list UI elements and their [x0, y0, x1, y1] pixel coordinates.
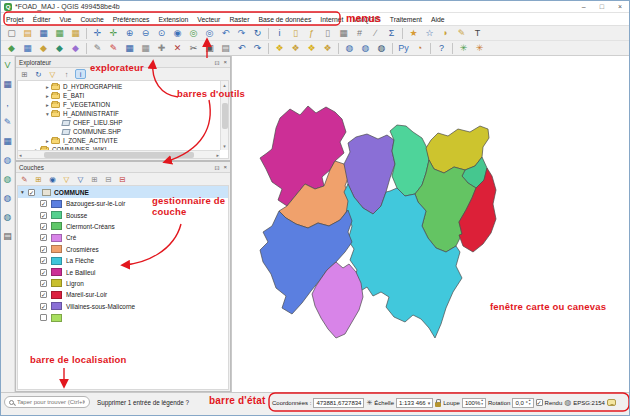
redo-icon[interactable]: ↷ — [250, 42, 265, 55]
remove-layer-icon[interactable]: ⊟ — [117, 174, 128, 184]
filter-legend-icon[interactable]: ▽ — [61, 174, 72, 184]
toolbar-separator[interactable] — [84, 27, 89, 40]
new-shapefile-layer-icon[interactable]: ◆ — [36, 42, 51, 55]
rotation-spinner[interactable]: 0,0 °▴▾ — [512, 398, 533, 408]
layer-labeling-icon[interactable]: ❖ — [272, 42, 287, 55]
menu-item[interactable]: Vue — [60, 16, 72, 23]
layer-checkbox[interactable] — [40, 257, 47, 264]
layer-row[interactable]: La Flèche — [18, 255, 228, 266]
zoom-to-selection-icon[interactable]: ◎ — [186, 27, 201, 40]
layer-row[interactable]: Clermont-Créans — [18, 221, 228, 232]
toolbar-separator[interactable] — [450, 42, 455, 55]
copy-features-icon[interactable]: ▣ — [202, 42, 217, 55]
menu-item[interactable]: Traitement — [390, 16, 422, 23]
scroll-down-icon[interactable]: ▾ — [223, 143, 226, 149]
layer-checkbox[interactable] — [40, 212, 47, 219]
menu-item[interactable]: Projet — [6, 16, 24, 23]
text-annotation-icon[interactable]: T — [470, 27, 485, 40]
toolbar-separator[interactable] — [266, 27, 271, 40]
add-delimited-text-icon[interactable]: , — [2, 97, 14, 109]
map-canvas[interactable] — [231, 56, 630, 392]
layer-checkbox[interactable] — [40, 303, 47, 310]
expander-icon[interactable]: ▸ — [44, 102, 51, 108]
add-postgis-layer-icon[interactable]: ▦ — [2, 135, 14, 147]
add-spatialite-layer-icon[interactable]: ◍ — [2, 154, 14, 166]
browser-item[interactable]: ▸ F_VEGETATION — [18, 100, 219, 109]
crs-indicator[interactable]: EPSG:2154 — [573, 400, 605, 406]
layer-diagram-icon[interactable]: ❖ — [288, 42, 303, 55]
extent-icon[interactable]: ✳ — [366, 399, 372, 407]
crs-globe-icon[interactable]: ◍ — [564, 398, 571, 408]
select-by-expression-icon[interactable]: ƒ — [304, 27, 319, 40]
refresh-map-icon[interactable]: ↻ — [250, 27, 265, 40]
menu-item[interactable]: Couche — [80, 16, 103, 23]
add-virtual-layer-icon[interactable]: ▤ — [2, 230, 14, 242]
add-group-icon[interactable]: ⊞ — [33, 174, 44, 184]
layer-checkbox[interactable] — [40, 314, 47, 321]
zoom-in-icon[interactable]: ⊕ — [122, 27, 137, 40]
messages-icon[interactable] — [607, 399, 616, 406]
label-toolbar-icon[interactable]: ❖ — [304, 42, 319, 55]
layer-checkbox[interactable] — [40, 246, 47, 253]
layer-checkbox[interactable] — [40, 234, 47, 241]
minimize-button[interactable]: – — [582, 1, 586, 13]
add-selected-layers-icon[interactable]: ⊞ — [19, 69, 30, 79]
cut-features-icon[interactable]: ✂ — [186, 42, 201, 55]
browser-item[interactable]: ▾ H_ADMINISTRATIF — [18, 109, 219, 118]
save-project-icon[interactable]: ▦ — [36, 27, 51, 40]
layer-checkbox[interactable] — [40, 280, 47, 287]
layer-checkbox[interactable] — [40, 291, 47, 298]
add-feature-icon[interactable]: ✎ — [106, 42, 121, 55]
close-button[interactable]: × — [618, 1, 622, 13]
map-tips-icon[interactable]: ◗ — [438, 27, 453, 40]
toolbar-separator[interactable] — [266, 42, 271, 55]
save-layer-edits-icon[interactable]: ▦ — [122, 42, 137, 55]
toolbar-separator[interactable] — [336, 42, 341, 55]
zoom-full-icon[interactable]: ◉ — [170, 27, 185, 40]
menu-item[interactable]: Vecteur — [197, 16, 220, 23]
new-geopackage-layer-icon[interactable]: ◆ — [52, 42, 67, 55]
browser-item[interactable]: ▸ I_ZONE_ACTIVITE — [18, 136, 219, 145]
render-checkbox[interactable] — [536, 399, 543, 406]
move-label-icon[interactable]: ❖ — [320, 42, 335, 55]
scrollbar-thumb[interactable] — [44, 152, 194, 158]
save-project-as-icon[interactable]: ▦ — [52, 27, 67, 40]
browser-item[interactable]: COMMUNE.SHP — [18, 127, 219, 136]
vertex-tool-icon[interactable]: ✚ — [154, 42, 169, 55]
paste-features-icon[interactable]: ▤ — [218, 42, 233, 55]
help-icon[interactable]: ? — [434, 42, 449, 55]
new-annotation-icon[interactable]: ✎ — [454, 27, 469, 40]
add-raster-layer-icon[interactable]: ▦ — [20, 42, 35, 55]
web-service-icon[interactable]: ◍ — [358, 42, 373, 55]
group-checkbox[interactable] — [28, 189, 35, 196]
menu-item[interactable]: Internet — [320, 16, 343, 23]
layer-row[interactable]: Mareil-sur-Loir — [18, 289, 228, 300]
field-calculator-icon[interactable]: # — [352, 27, 367, 40]
collapse-all-icon[interactable]: ↑ — [61, 69, 72, 79]
menu-item[interactable]: Préférences — [113, 16, 150, 23]
layer-row[interactable]: Cré — [18, 232, 228, 243]
identify-features-icon[interactable]: i — [272, 27, 287, 40]
layer-checkbox[interactable] — [40, 223, 47, 230]
grass-tools-icon[interactable]: ✳ — [456, 42, 471, 55]
zoom-native-icon[interactable]: ⊙ — [154, 27, 169, 40]
menu-item[interactable]: Raster — [229, 16, 249, 23]
expand-all-icon[interactable]: ⊞ — [89, 174, 100, 184]
new-bookmark-icon[interactable]: ★ — [406, 27, 421, 40]
zoom-last-icon[interactable]: ↶ — [218, 27, 233, 40]
browser-item[interactable]: CHEF_LIEU.SHP — [18, 118, 219, 127]
spinner-arrows-icon[interactable]: ▴▾ — [529, 399, 531, 406]
expander-icon[interactable]: ▸ — [44, 84, 51, 90]
float-panel-icon[interactable]: ⊡ — [214, 164, 219, 171]
deselect-features-icon[interactable]: ▯ — [320, 27, 335, 40]
menu-item[interactable]: Aide — [431, 16, 445, 23]
menu-item[interactable]: Extension — [158, 16, 188, 23]
properties-widget-icon[interactable]: i — [75, 69, 86, 79]
expander-icon[interactable]: ▸ — [44, 93, 51, 99]
add-raster-layer-icon[interactable]: ▦ — [2, 78, 14, 90]
zoom-out-icon[interactable]: ⊖ — [138, 27, 153, 40]
save-as-template-icon[interactable]: ▦ — [68, 27, 83, 40]
layer-row[interactable]: Ligron — [18, 278, 228, 289]
locator-search[interactable] — [4, 396, 90, 408]
zoom-to-layer-icon[interactable]: ◎ — [202, 27, 217, 40]
